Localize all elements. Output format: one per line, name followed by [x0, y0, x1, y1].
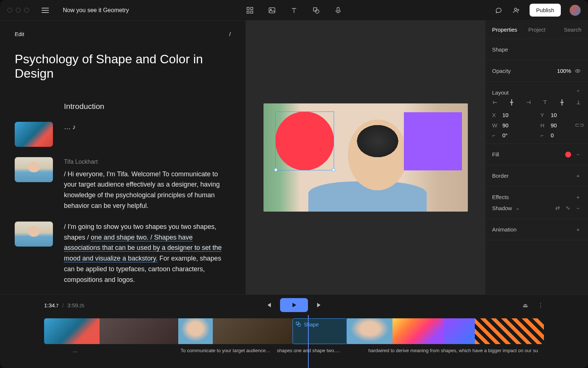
image-tool-icon[interactable]: [268, 6, 276, 15]
rotation-value[interactable]: 0°: [502, 132, 508, 138]
text-tool-icon[interactable]: [290, 6, 298, 15]
video-frame: [263, 103, 468, 212]
section-heading: Introduction: [64, 102, 231, 111]
tab-project[interactable]: Project: [528, 26, 545, 33]
x-label: X: [492, 112, 499, 118]
clip-thumbnail[interactable]: [15, 222, 53, 247]
shape-clip[interactable]: Shape: [293, 318, 347, 344]
clip-thumbnail[interactable]: [15, 122, 53, 147]
svg-rect-4: [269, 8, 275, 13]
shape-tool-icon[interactable]: [312, 6, 320, 15]
timeline-clip[interactable]: [475, 318, 544, 344]
hamburger-icon[interactable]: [42, 8, 49, 13]
eject-icon[interactable]: ⏏: [522, 302, 528, 309]
timeline-clip[interactable]: [444, 318, 475, 344]
edit-mode-label[interactable]: Edit: [15, 31, 24, 37]
shape-square[interactable]: [404, 112, 462, 170]
effects-label: Effects: [492, 194, 509, 200]
skip-back-icon[interactable]: [265, 302, 272, 308]
align-right-icon[interactable]: ⊣: [526, 99, 531, 105]
link-dimensions-icon[interactable]: ⊂⊃: [575, 122, 581, 128]
timeline-clip[interactable]: [213, 318, 292, 344]
current-time: 1:34: [44, 302, 55, 308]
svg-point-5: [270, 9, 272, 10]
add-icon[interactable]: +: [575, 173, 581, 179]
element-type: Shape: [492, 46, 508, 53]
remove-icon[interactable]: −: [575, 151, 581, 158]
grid-tool-icon[interactable]: [245, 6, 254, 15]
svg-point-12: [298, 323, 301, 326]
timeline-clip[interactable]: [100, 318, 179, 344]
close-dot[interactable]: [7, 8, 12, 13]
script-panel: Edit / Psychology of Shape and Color in …: [0, 21, 245, 294]
skip-forward-icon[interactable]: [316, 302, 323, 308]
caption-text: hardwired to derive meaning from shapes,…: [368, 348, 544, 353]
svg-point-7: [315, 10, 319, 13]
w-label: W: [492, 122, 499, 128]
align-top-icon[interactable]: ⊤: [542, 99, 548, 105]
transcript-text: / Hi everyone, I'm Tifa. Welcome! To com…: [64, 170, 220, 209]
opacity-value[interactable]: 100%: [557, 68, 571, 74]
chevron-down-icon[interactable]: ⌄: [514, 205, 521, 211]
user-avatar[interactable]: [570, 5, 581, 16]
transcript-block[interactable]: Tifa Lockhart / Hi everyone, I'm Tifa. W…: [64, 157, 231, 211]
playhead[interactable]: [308, 315, 309, 368]
transcript-block[interactable]: / I'm going to show you two shapes you t…: [64, 222, 231, 285]
visibility-icon[interactable]: [575, 68, 581, 74]
svg-rect-2: [247, 11, 249, 13]
max-dot[interactable]: [24, 8, 29, 13]
invite-icon[interactable]: [512, 6, 521, 15]
timeline-track[interactable]: Shape … To communicate to your target au…: [0, 315, 588, 368]
visibility-off-icon[interactable]: ∿: [564, 205, 571, 211]
timeline-clip[interactable]: [178, 318, 213, 344]
add-icon[interactable]: +: [575, 194, 581, 200]
total-time: 3:59: [67, 302, 78, 308]
publish-button[interactable]: Publish: [530, 4, 561, 17]
fill-label: Fill: [492, 151, 499, 158]
play-button[interactable]: [280, 298, 308, 312]
effect-settings-icon[interactable]: ⇄: [554, 205, 561, 211]
align-left-icon[interactable]: ⊢: [492, 99, 498, 105]
more-icon[interactable]: ⋮: [537, 302, 544, 309]
mic-tool-icon[interactable]: [334, 6, 343, 15]
svg-point-9: [514, 8, 517, 10]
timeline-clip[interactable]: [347, 318, 392, 344]
y-label: Y: [541, 112, 547, 118]
svg-rect-0: [247, 7, 249, 10]
svg-point-10: [577, 70, 578, 72]
align-bottom-icon[interactable]: ⊥: [576, 99, 581, 105]
shadow-label[interactable]: Shadow: [492, 205, 512, 211]
document-title: Psychology of Shape and Color in Design: [15, 52, 231, 81]
chat-icon[interactable]: [494, 6, 503, 15]
properties-panel: Properties Project Search Shape Opacity …: [485, 21, 588, 294]
opacity-label: Opacity: [492, 68, 511, 74]
svg-rect-11: [296, 322, 299, 325]
h-value[interactable]: 90: [551, 122, 557, 128]
clip-thumbnail[interactable]: [15, 157, 53, 182]
animation-label: Animation: [492, 226, 517, 233]
svg-rect-1: [251, 7, 253, 10]
tab-properties[interactable]: Properties: [492, 26, 517, 33]
timecode: 1:34.7 / 3:59.25: [44, 302, 84, 308]
add-icon[interactable]: +: [575, 226, 581, 233]
preview-canvas[interactable]: [245, 21, 485, 294]
align-vcenter-icon[interactable]: ╋: [559, 99, 565, 105]
timeline-clip[interactable]: [44, 318, 100, 344]
w-value[interactable]: 90: [502, 122, 509, 128]
radius-icon: ⌐: [541, 132, 547, 138]
y-value[interactable]: 10: [551, 112, 557, 118]
window-controls: [7, 8, 29, 13]
x-value[interactable]: 10: [502, 112, 509, 118]
tab-search[interactable]: Search: [564, 26, 581, 33]
speaker-label: Tifa Lockhart: [64, 157, 231, 167]
timeline-clip[interactable]: [392, 318, 444, 344]
fill-swatch[interactable]: [565, 152, 571, 158]
svg-rect-3: [251, 11, 253, 13]
min-dot[interactable]: [16, 8, 21, 13]
selection-box[interactable]: [275, 112, 334, 170]
remove-icon[interactable]: −: [575, 205, 581, 211]
h-label: H: [541, 122, 547, 128]
chevron-up-icon[interactable]: ⌃: [575, 89, 581, 96]
align-hcenter-icon[interactable]: ╋: [509, 99, 514, 105]
radius-value[interactable]: 0: [551, 132, 554, 138]
